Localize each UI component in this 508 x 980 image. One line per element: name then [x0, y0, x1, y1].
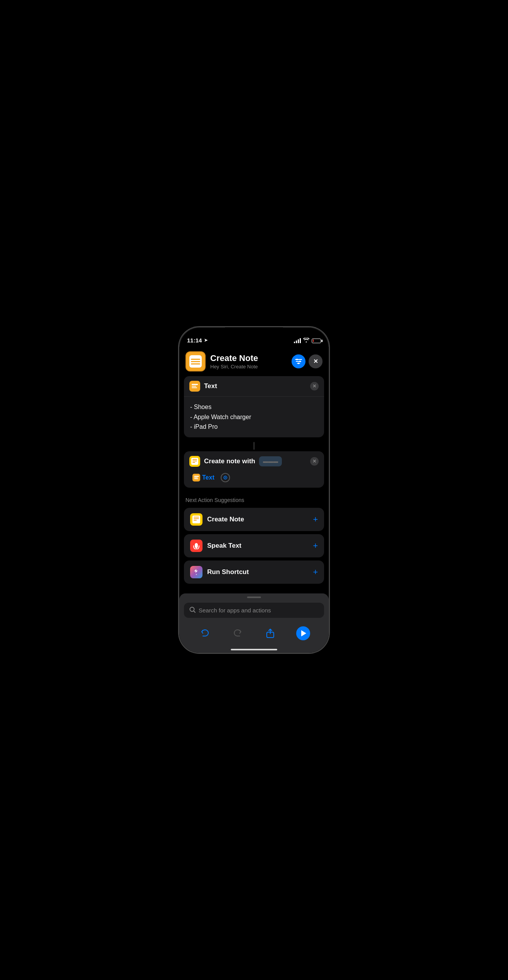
status-icons — [294, 338, 321, 344]
svg-rect-10 — [194, 477, 197, 478]
play-triangle-icon — [301, 630, 306, 636]
play-btn-circle — [296, 626, 310, 640]
run-shortcut-suggestion-icon — [190, 566, 203, 578]
home-indicator — [231, 649, 277, 650]
create-note-action-card: Create note with ▬▬▬ ✕ — [184, 451, 324, 488]
svg-point-4 — [299, 361, 301, 362]
text-card-body: - Shoes - Apple Watch charger - iPad Pro — [184, 397, 324, 437]
status-time: 11:14 ➤ — [187, 337, 208, 344]
suggestion-run-shortcut[interactable]: Run Shortcut + — [184, 560, 324, 584]
svg-rect-11 — [194, 478, 198, 479]
suggestions-section: Next Action Suggestions Create Note + — [179, 491, 329, 590]
suggestion-create-note[interactable]: Create Note + — [184, 508, 324, 531]
create-note-suggestion-icon — [190, 513, 203, 526]
search-icon — [189, 607, 196, 614]
text-action-icon — [189, 381, 200, 392]
svg-rect-8 — [192, 387, 197, 388]
undo-button[interactable] — [197, 626, 213, 641]
actions-area: Text ✕ - Shoes - Apple Watch charger - i… — [179, 376, 329, 488]
run-shortcut-add-button[interactable]: + — [313, 567, 318, 577]
suggestion-speak-text[interactable]: Speak Text + — [184, 534, 324, 557]
close-button[interactable]: ✕ — [309, 354, 323, 368]
play-button[interactable] — [295, 626, 311, 641]
redo-button[interactable] — [230, 626, 245, 641]
search-placeholder-text: Search for apps and actions — [199, 607, 271, 614]
create-note-suggestion-label: Create Note — [207, 516, 308, 523]
create-note-add-button[interactable]: + — [313, 514, 318, 524]
text-card-content: - Shoes - Apple Watch charger - iPad Pro — [190, 402, 318, 432]
search-bar[interactable]: Search for apps and actions — [184, 603, 324, 618]
text-variable-badge[interactable]: Text — [189, 473, 218, 482]
svg-rect-9 — [194, 476, 199, 477]
filter-button[interactable] — [292, 354, 305, 368]
signal-bars-icon — [294, 338, 301, 343]
location-arrow-icon: ➤ — [204, 338, 208, 343]
toolbar — [179, 622, 329, 653]
text-card-title: Text — [204, 382, 306, 390]
text-line-1: - Shoes — [190, 402, 318, 412]
shortcut-subtitle: Hey Siri, Create Note — [210, 364, 287, 370]
svg-rect-6 — [192, 384, 198, 385]
app-icon — [185, 351, 206, 371]
speak-text-add-button[interactable]: + — [313, 541, 318, 551]
svg-point-3 — [296, 359, 298, 360]
shortcut-header: Create Note Hey Siri, Create Note ✕ — [179, 347, 329, 376]
time-display: 11:14 — [187, 337, 202, 344]
suggestions-title: Next Action Suggestions — [184, 497, 324, 503]
phone-frame: 11:14 ➤ — [178, 327, 330, 653]
text-card-close-button[interactable]: ✕ — [310, 382, 319, 390]
create-note-card-close-button[interactable]: ✕ — [310, 457, 319, 466]
text-badge-icon — [192, 474, 200, 481]
app-icon-inner — [189, 355, 202, 368]
note-variable-pill: ▬▬▬ — [259, 456, 282, 466]
battery-fill — [313, 339, 314, 342]
drag-divider — [184, 440, 324, 451]
create-note-second-row: Text — [184, 471, 324, 488]
create-note-label: Create note with — [204, 457, 255, 465]
create-note-icon — [189, 456, 200, 467]
main-content: Create Note Hey Siri, Create Note ✕ — [179, 347, 329, 653]
text-action-card: Text ✕ - Shoes - Apple Watch charger - i… — [184, 376, 324, 437]
speak-text-suggestion-label: Speak Text — [207, 542, 308, 550]
text-card-header: Text ✕ — [184, 376, 324, 397]
notch — [225, 327, 283, 340]
battery-icon — [312, 339, 321, 343]
svg-point-5 — [298, 363, 299, 364]
text-variable-label: Text — [202, 474, 215, 481]
svg-line-15 — [194, 611, 195, 612]
sheet-handle — [247, 597, 261, 598]
svg-rect-7 — [192, 386, 196, 387]
text-line-3: - iPad Pro — [190, 422, 318, 432]
speak-text-suggestion-icon — [190, 540, 203, 552]
wifi-icon — [303, 338, 309, 344]
share-button[interactable] — [263, 626, 278, 641]
run-shortcut-suggestion-label: Run Shortcut — [207, 568, 308, 576]
header-text-block: Create Note Hey Siri, Create Note — [210, 353, 287, 370]
bottom-sheet: Search for apps and actions — [179, 593, 329, 653]
variable-chevron-button[interactable] — [221, 473, 230, 482]
shortcut-title: Create Note — [210, 353, 287, 363]
text-line-2: - Apple Watch charger — [190, 412, 318, 422]
header-buttons: ✕ — [292, 354, 323, 368]
